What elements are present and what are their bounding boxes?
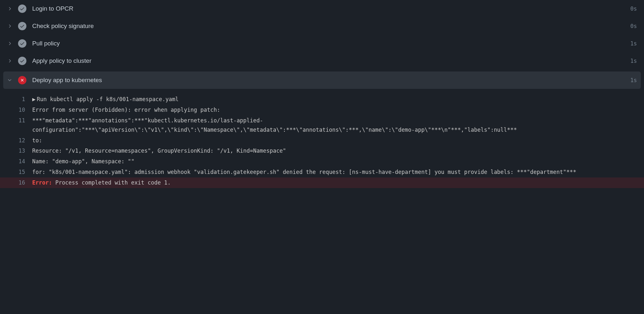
line-number: 15: [0, 167, 32, 177]
step-duration: 0s: [630, 23, 637, 29]
check-icon: [18, 5, 26, 13]
step-row[interactable]: Deploy app to kubernetes1s: [3, 71, 641, 89]
line-content: ***"metadata":***"annotations":***"kubec…: [32, 116, 644, 135]
log-output: 1▶Run kubectl apply -f k8s/001-namespace…: [0, 91, 644, 188]
log-line: 1▶Run kubectl apply -f k8s/001-namespace…: [0, 94, 644, 105]
log-line: 10Error from server (Forbidden): error w…: [0, 105, 644, 115]
line-content: for: "k8s/001-namespace.yaml": admission…: [32, 167, 644, 177]
step-duration: 0s: [630, 5, 637, 12]
line-content: Name: "demo-app", Namespace: "": [32, 157, 644, 166]
chevron-right-icon[interactable]: [7, 58, 12, 63]
line-number: 12: [0, 136, 32, 145]
step-label: Deploy app to kubernetes: [32, 77, 625, 84]
run-marker-icon[interactable]: ▶: [32, 95, 35, 104]
chevron-right-icon[interactable]: [7, 6, 12, 11]
log-line: 13Resource: "/v1, Resource=namespaces", …: [0, 146, 644, 156]
line-content: to:: [32, 136, 644, 145]
step-row[interactable]: Apply policy to cluster1s: [0, 52, 644, 70]
step-duration: 1s: [630, 40, 637, 47]
check-icon: [18, 22, 26, 30]
line-content: ▶Run kubectl apply -f k8s/001-namespace.…: [32, 95, 644, 104]
line-number: 1: [0, 95, 32, 104]
chevron-right-icon[interactable]: [7, 24, 12, 29]
line-content: Resource: "/v1, Resource=namespaces", Gr…: [32, 146, 644, 156]
step-label: Apply policy to cluster: [32, 57, 625, 64]
step-row[interactable]: Login to OPCR0s: [0, 0, 644, 17]
log-line: 14Name: "demo-app", Namespace: "": [0, 156, 644, 167]
x-icon: [18, 76, 26, 84]
step-row[interactable]: Check policy signature0s: [0, 17, 644, 35]
log-line: 16Error: Process completed with exit cod…: [0, 177, 644, 188]
step-label: Pull policy: [32, 40, 625, 47]
step-duration: 1s: [630, 58, 637, 64]
line-number: 11: [0, 116, 32, 135]
line-number: 16: [0, 178, 32, 187]
step-label: Login to OPCR: [32, 5, 625, 12]
chevron-down-icon[interactable]: [7, 78, 12, 83]
line-content: Error: Process completed with exit code …: [32, 178, 644, 187]
log-line: 12to:: [0, 135, 644, 146]
step-label: Check policy signature: [32, 23, 625, 30]
step-row[interactable]: Pull policy1s: [0, 35, 644, 52]
line-content: Error from server (Forbidden): error whe…: [32, 105, 644, 115]
line-number: 10: [0, 105, 32, 115]
log-line: 15for: "k8s/001-namespace.yaml": admissi…: [0, 167, 644, 177]
line-number: 13: [0, 146, 32, 156]
line-number: 14: [0, 157, 32, 166]
error-prefix: Error:: [32, 179, 55, 186]
workflow-step-list: Login to OPCR0sCheck policy signature0sP…: [0, 0, 644, 89]
step-duration: 1s: [630, 77, 637, 83]
chevron-right-icon[interactable]: [7, 41, 12, 46]
log-line: 11***"metadata":***"annotations":***"kub…: [0, 115, 644, 135]
check-icon: [18, 39, 26, 48]
check-icon: [18, 57, 26, 65]
